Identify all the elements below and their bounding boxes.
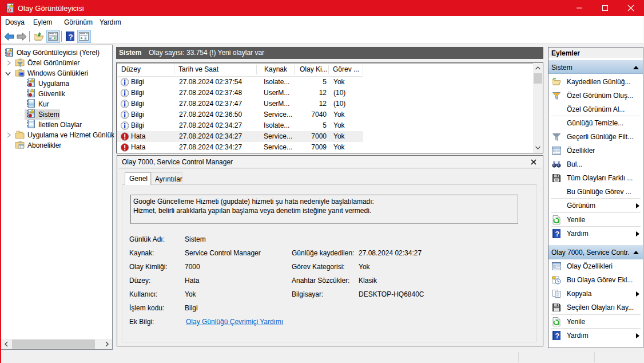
svg-text:?: ?: [69, 33, 73, 41]
